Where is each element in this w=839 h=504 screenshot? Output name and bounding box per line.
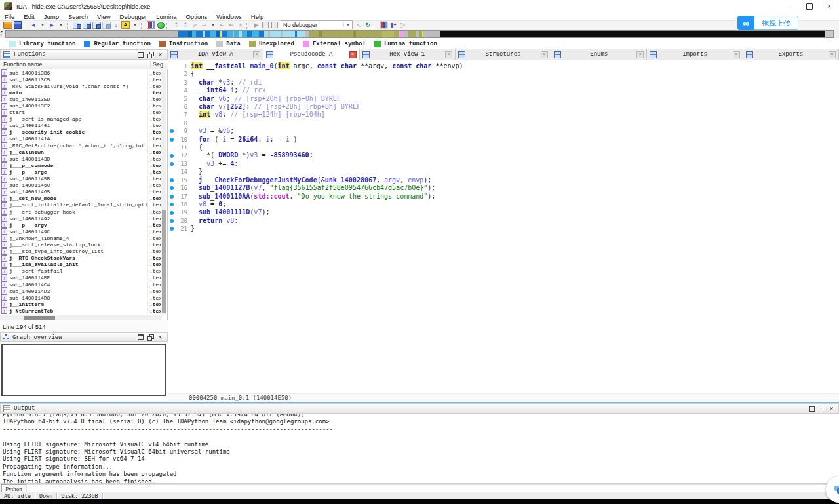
column-function-name[interactable]: Function name [0, 61, 150, 68]
function-row[interactable]: fj___p___argc.text [0, 168, 162, 175]
function-row[interactable]: fsub_1400114D3.text [0, 288, 162, 294]
panel-float-icon[interactable] [147, 52, 153, 58]
close-icon[interactable]: × [819, 0, 839, 12]
tab-close-icon[interactable]: × [253, 51, 260, 58]
menu-item-lumina[interactable]: Lumina [151, 13, 181, 20]
step-into-icon[interactable]: ⇡ [172, 21, 180, 29]
module-add-icon[interactable]: ▮+ [389, 21, 397, 29]
functions-vscrollbar[interactable] [161, 69, 166, 315]
function-row[interactable]: fsub_1400114D8.text [0, 294, 162, 301]
minimize-icon[interactable]: – [780, 0, 800, 12]
menu-item-help[interactable]: Help [246, 13, 269, 20]
functions-column-header[interactable]: Function name Seg [0, 60, 168, 69]
function-row[interactable]: fj___scrt_initialize_default_local_stdio… [0, 202, 162, 208]
tab-close-icon[interactable]: × [733, 51, 740, 58]
run-to-cursor-icon[interactable]: ⇢ [200, 21, 208, 29]
breakpoint-icon[interactable]: ⇠ [218, 21, 226, 29]
menu-item-options[interactable]: Options [181, 13, 212, 20]
stop-process-icon[interactable] [271, 21, 279, 29]
breakpoint-dot[interactable] [168, 201, 176, 208]
colors-dropdown-icon[interactable]: ▼ [131, 21, 139, 29]
function-row[interactable]: fsub_1400114BF.text [0, 275, 162, 281]
netdisk-upload-button[interactable]: ∞ 拖拽上传 [737, 16, 798, 30]
tab-ida-view-a[interactable]: IDA View-A× [168, 49, 263, 60]
function-row[interactable]: fj_unknown_libname_4.text [0, 235, 162, 241]
function-row[interactable]: fsub_14001141A.text [0, 136, 162, 142]
tab-close-icon[interactable]: × [349, 51, 357, 58]
tab-pseudocode-a[interactable]: Pseudocode-A× [263, 49, 359, 60]
function-row[interactable]: fj__callnewh.text [0, 149, 162, 155]
window-list-icon[interactable] [73, 21, 81, 29]
breakpoint-dot[interactable] [168, 151, 176, 159]
pause-process-icon[interactable] [262, 21, 269, 29]
module-gray-icon[interactable]: ▯× [399, 21, 406, 29]
back-dropdown-icon[interactable]: ▼ [39, 21, 47, 29]
function-row[interactable]: fsub_1400114C4.text [0, 281, 162, 288]
breakpoint-dot[interactable] [168, 160, 176, 168]
maximize-icon[interactable] [800, 0, 819, 12]
tab-close-icon[interactable]: × [445, 51, 452, 58]
graph-overview-canvas[interactable] [0, 342, 168, 402]
tab-structures[interactable]: Structures× [456, 49, 551, 60]
function-row[interactable]: fj___p__commode.text [0, 162, 162, 168]
function-row[interactable]: fj___p___argv.text [0, 222, 162, 228]
function-row[interactable]: fsub_14001149C.text [0, 228, 162, 235]
run-analysis-icon[interactable] [157, 21, 165, 29]
navigate-forward-icon[interactable]: ► [48, 21, 56, 29]
panel-close-icon[interactable]: × [157, 334, 163, 340]
watch-icon[interactable]: ⇤ [227, 21, 235, 29]
menu-item-search[interactable]: Search [64, 13, 92, 20]
functions-hscrollbar[interactable] [0, 315, 162, 320]
function-row[interactable]: fj___scrt_release_startup_lock.text [0, 241, 162, 248]
cancel-debug-icon[interactable]: × [237, 21, 244, 29]
menu-item-debugger[interactable]: Debugger [115, 13, 152, 20]
window-list3-icon[interactable] [92, 21, 101, 29]
function-row[interactable]: fj_NtCurrentTeb.text [0, 307, 162, 314]
step-over-icon[interactable]: ⇡ [182, 21, 189, 29]
tab-close-icon[interactable]: × [636, 51, 644, 58]
refresh-icon[interactable]: ↻ [364, 21, 372, 29]
start-process-icon[interactable]: ▶ [252, 21, 260, 29]
function-row[interactable]: fj___std_type_info_destroy_list.text [0, 248, 162, 255]
attach-pointer-icon[interactable]: ↖ [355, 21, 362, 29]
run-until-return-icon[interactable]: ⇗ [191, 21, 199, 29]
breakpoint-dot[interactable] [168, 217, 176, 225]
output-log[interactable]: Python 3.8.5 (tags/v3.8.5:580fbb0, Jul 2… [0, 414, 839, 483]
pseudocode-view[interactable]: 1int __fastcall main_0(int argc, const c… [168, 60, 839, 393]
function-row[interactable]: fj__initterm.text [0, 301, 162, 307]
vscroll-thumb[interactable] [162, 210, 166, 313]
function-row[interactable]: fsub_1400113F2.text [0, 102, 162, 109]
debugger-select[interactable]: No debugger ▼ [281, 20, 353, 29]
tab-hex-view-1[interactable]: Hex View-1× [360, 49, 456, 60]
tab-close-icon[interactable]: × [541, 51, 548, 58]
tab-enums[interactable]: Enums× [551, 49, 647, 60]
function-row[interactable]: fsub_140011465.text [0, 189, 162, 195]
panel-maximize-icon[interactable] [138, 52, 144, 58]
function-row[interactable]: fsub_14001145B.text [0, 176, 162, 182]
function-row[interactable]: fsub_14001143D.text [0, 155, 162, 162]
breakpoint-dot[interactable] [168, 193, 176, 201]
menu-item-view[interactable]: View [92, 13, 115, 20]
save-icon[interactable] [14, 21, 22, 29]
panel-maximize-icon[interactable] [138, 334, 144, 340]
navigation-band-colors[interactable] [5, 30, 834, 38]
panel-close-icon[interactable]: × [157, 52, 163, 58]
function-row[interactable]: fsub_1400113C5.text [0, 76, 162, 83]
function-row[interactable]: f_RTC_StackFailure(void *,char const *).… [0, 83, 162, 89]
jump-address-icon[interactable]: ↓ [112, 21, 120, 29]
menu-item-jump[interactable]: Jump [39, 13, 64, 20]
breakpoint-dot[interactable] [168, 184, 176, 192]
function-row[interactable]: fsub_140011460.text [0, 182, 162, 189]
function-row[interactable]: fmain.text [0, 89, 162, 96]
tab-close-icon[interactable]: × [829, 51, 836, 58]
function-row[interactable]: fj___isa_available_init.text [0, 262, 162, 268]
graph-overview-viewport[interactable] [1, 344, 166, 396]
forward-dropdown-icon[interactable]: ▼ [57, 21, 65, 29]
navigate-back-icon[interactable]: ◄ [29, 21, 37, 29]
function-row[interactable]: fsub_1400113ED.text [0, 96, 162, 102]
hscroll-thumb[interactable] [24, 316, 55, 320]
function-row[interactable]: fj___scrt_fastfail.text [0, 268, 162, 275]
command-line-input[interactable] [26, 484, 839, 492]
function-row[interactable]: fstart.text [0, 109, 162, 116]
breakpoint-dot[interactable] [168, 225, 176, 233]
